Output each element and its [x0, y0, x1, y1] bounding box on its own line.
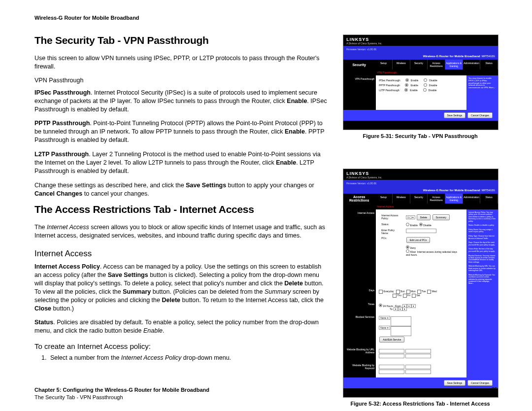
- nav-wireless[interactable]: Wireless: [393, 60, 410, 69]
- page-footer: Chapter 5: Configuring the Wireless-G Ro…: [34, 386, 498, 401]
- subnav-vpn[interactable]: VPN Passthrough: [343, 69, 498, 75]
- subheading-internet-access: Internet Access: [34, 249, 328, 259]
- step-1: Select a number from the Internet Access…: [48, 354, 328, 361]
- sun-checkbox[interactable]: [396, 290, 400, 294]
- cancel-button[interactable]: Cancel Changes: [467, 112, 493, 118]
- edit-pcs-button[interactable]: Edit List of PCs: [406, 237, 430, 243]
- kw3-input[interactable]: [379, 370, 404, 374]
- nav-security[interactable]: Security: [410, 194, 428, 204]
- status-enable-radio[interactable]: [406, 223, 409, 226]
- nav-setup[interactable]: Setup: [375, 194, 393, 204]
- wed-checkbox[interactable]: [427, 290, 431, 294]
- url3-input[interactable]: [379, 354, 404, 358]
- steps-list: Select a number from the Internet Access…: [34, 354, 328, 361]
- ipsec-disable-radio[interactable]: [424, 78, 427, 82]
- side-label-vpn: VPN Passthrough: [343, 75, 376, 110]
- nav-apps-gaming[interactable]: Applications & Gaming: [445, 60, 463, 69]
- cancel-button[interactable]: Cancel Changes: [467, 380, 493, 386]
- service2-ports[interactable]: [391, 326, 411, 336]
- document-header: Wireless-G Router for Mobile Broadband: [34, 15, 498, 21]
- sat-checkbox[interactable]: [412, 294, 416, 298]
- service1-select[interactable]: None ▾: [379, 316, 390, 320]
- para-ipsec: IPSec Passthrough. Internet Protocol Sec…: [34, 89, 328, 114]
- side-label-ia: Internet Access: [343, 209, 376, 287]
- from-ampm[interactable]: ▾: [411, 304, 416, 308]
- nav-status[interactable]: Status: [480, 60, 498, 69]
- url1-input[interactable]: [379, 349, 404, 353]
- figure-31: LINKSYS A Division of Cisco Systems, Inc…: [343, 34, 498, 139]
- thu-checkbox[interactable]: [393, 294, 397, 298]
- vpn-subhead: VPN Passthrough: [34, 77, 328, 84]
- l2tp-bold: L2TP Passthrough: [34, 151, 89, 158]
- nav-wireless[interactable]: Wireless: [393, 194, 410, 204]
- figure-32-caption: Figure 5-32: Access Restrictions Tab - I…: [343, 401, 498, 407]
- para-l2tp: L2TP Passthrough. Layer 2 Tunneling Prot…: [34, 150, 328, 175]
- page-number: 35: [492, 386, 498, 401]
- intro-vpn: Use this screen to allow VPN tunnels usi…: [34, 54, 328, 71]
- policy-select[interactable]: 1 ( ) ▾: [406, 215, 415, 219]
- para-status: Status. Policies are disabled by default…: [34, 318, 328, 335]
- service2-select[interactable]: None ▾: [379, 326, 390, 330]
- delete-button[interactable]: Delete: [417, 214, 431, 220]
- to-ampm[interactable]: ▾: [402, 307, 407, 311]
- help-panel-ar: Internet Access Policy: You may define u…: [466, 209, 498, 287]
- subnav-internet-access[interactable]: Internet Access: [343, 204, 498, 209]
- save-button[interactable]: Save Settings: [444, 380, 466, 386]
- pptp-bold: PPTP Passthrough: [34, 120, 90, 127]
- nav-access[interactable]: Access Restrictions: [428, 60, 445, 69]
- help-panel-vpn: You may choose to enable PPTP, L2TP or I…: [466, 75, 498, 110]
- pptp-disable-radio[interactable]: [424, 83, 427, 87]
- para-iap: Internet Access Policy. Access can be ma…: [34, 263, 328, 312]
- summary-button[interactable]: Summary: [432, 214, 450, 220]
- kw4-input[interactable]: [405, 370, 431, 374]
- para-access-intro: The Internet Access screen allows you to…: [34, 223, 328, 240]
- pptp-enable-radio[interactable]: [405, 83, 408, 87]
- from-min[interactable]: ▾: [407, 304, 411, 308]
- nav-setup[interactable]: Setup: [375, 60, 393, 69]
- tue-checkbox[interactable]: [417, 290, 421, 294]
- everyday-checkbox[interactable]: [379, 290, 383, 294]
- ipsec-enable-radio[interactable]: [405, 78, 409, 82]
- fri-checkbox[interactable]: [403, 294, 407, 298]
- nav-admin[interactable]: Administration: [463, 60, 481, 69]
- nav-security[interactable]: Security: [410, 60, 428, 69]
- linksys-logo: LINKSYS: [346, 37, 495, 42]
- kw1-input[interactable]: [379, 365, 404, 369]
- save-button[interactable]: Save Settings: [444, 112, 466, 118]
- policy-name-input[interactable]: [406, 229, 436, 233]
- cisco-footer: [343, 121, 498, 130]
- nav-admin[interactable]: Administration: [463, 194, 481, 204]
- heading-access-restrictions: The Access Restrictions Tab - Internet A…: [34, 204, 328, 215]
- mon-checkbox[interactable]: [406, 290, 410, 294]
- nav-apps-gaming[interactable]: Applications & Gaming: [445, 194, 463, 204]
- nav-status[interactable]: Status: [480, 194, 498, 204]
- figure-31-caption: Figure 5-31: Security Tab - VPN Passthro…: [343, 133, 498, 139]
- footer-chapter: Chapter 5: Configuring the Wireless-G Ro…: [34, 387, 209, 393]
- figure-32: LINKSYS A Division of Cisco Systems, Inc…: [343, 169, 498, 407]
- ipsec-bold: IPSec Passthrough: [34, 89, 91, 96]
- url2-input[interactable]: [405, 349, 431, 353]
- heading-vpn-passthrough: The Security Tab - VPN Passthrough: [34, 34, 328, 46]
- para-save-cancel: Change these settings as described here,…: [34, 181, 328, 198]
- main-content: The Security Tab - VPN Passthrough Use t…: [34, 34, 328, 411]
- kw2-input[interactable]: [405, 365, 431, 369]
- footer-section: The Security Tab - VPN Passthrough: [34, 394, 123, 400]
- screenshot-access: LINKSYS A Division of Cisco Systems, Inc…: [343, 169, 499, 398]
- service1-ports[interactable]: [391, 316, 411, 326]
- deny-radio[interactable]: [406, 245, 409, 249]
- para-pptp: PPTP Passthrough. Point-to-Point Tunneli…: [34, 119, 328, 144]
- add-edit-service-button[interactable]: Add/Edit Service: [379, 337, 404, 342]
- nav-section-label: Security: [343, 60, 375, 69]
- screenshot-vpn: LINKSYS A Division of Cisco Systems, Inc…: [343, 34, 499, 130]
- l2tp-disable-radio[interactable]: [423, 88, 427, 92]
- nav-section-label: Access Restrictions: [343, 194, 375, 204]
- allow-radio[interactable]: [406, 249, 409, 253]
- status-disable-radio[interactable]: [419, 223, 423, 226]
- l2tp-enable-radio[interactable]: [404, 88, 408, 92]
- subheading-create-policy: To create an Internet Access policy:: [34, 342, 328, 350]
- url4-input[interactable]: [405, 354, 431, 358]
- figure-column: LINKSYS A Division of Cisco Systems, Inc…: [343, 34, 498, 411]
- linksys-logo: LINKSYS: [346, 171, 495, 176]
- 24h-radio[interactable]: [379, 304, 382, 307]
- nav-access[interactable]: Access Restrictions: [428, 194, 445, 204]
